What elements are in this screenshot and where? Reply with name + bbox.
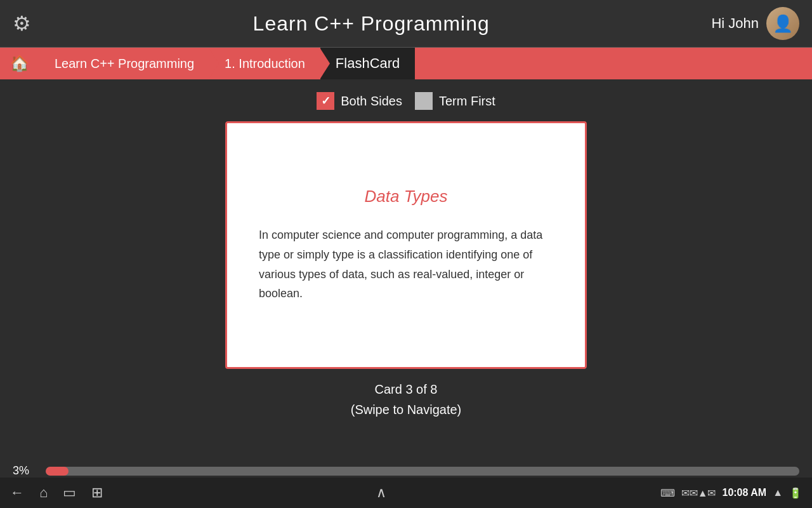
app-title: Learn C++ Programming: [253, 12, 490, 36]
usb-icon: ⌨: [660, 487, 675, 499]
course-label: Learn C++ Programming: [55, 57, 194, 71]
user-info: Hi John 👤: [711, 7, 799, 40]
both-sides-option[interactable]: Both Sides: [317, 92, 402, 110]
battery-icon: 🔋: [789, 487, 802, 499]
progress-bar-fill: [46, 467, 69, 476]
progress-section: 3%: [0, 464, 812, 478]
progress-label: 3%: [13, 464, 38, 478]
flashcard-definition: In computer science and computer program…: [259, 225, 553, 303]
term-first-option[interactable]: Term First: [415, 92, 495, 110]
section-breadcrumb[interactable]: 1. Introduction: [209, 48, 320, 79]
home-system-icon[interactable]: ⌂: [39, 485, 48, 501]
email-icons: ✉✉▲✉: [681, 487, 716, 499]
term-first-label: Term First: [439, 94, 495, 109]
swipe-hint: (Swipe to Navigate): [351, 399, 462, 420]
term-first-checkbox[interactable]: [415, 92, 433, 110]
chevron-up-icon[interactable]: ∧: [376, 485, 386, 501]
avatar[interactable]: 👤: [766, 7, 799, 40]
view-label: FlashCard: [336, 55, 400, 72]
breadcrumb: 🏠 Learn C++ Programming 1. Introduction …: [0, 48, 812, 79]
recent-apps-icon[interactable]: ▭: [63, 485, 76, 501]
both-sides-checkbox[interactable]: [317, 92, 334, 110]
system-center-icon[interactable]: ∧: [376, 485, 386, 501]
card-position: Card 3 of 8: [351, 379, 462, 399]
flashcard-wrapper: Data Types In computer science and compu…: [225, 121, 587, 369]
flashcard-term: Data Types: [364, 187, 447, 206]
menu-icon[interactable]: ⊞: [91, 485, 103, 501]
wifi-icon: ▲: [773, 487, 783, 498]
header: ⚙ Learn C++ Programming Hi John 👤: [0, 0, 812, 48]
view-breadcrumb[interactable]: FlashCard: [320, 48, 415, 79]
options-row: Both Sides Term First: [317, 92, 495, 110]
system-bar: ← ⌂ ▭ ⊞ ∧ ⌨ ✉✉▲✉ 10:08 AM ▲ 🔋: [0, 478, 812, 508]
section-label: 1. Introduction: [225, 57, 305, 71]
back-icon[interactable]: ←: [10, 485, 24, 501]
system-status-icons: ⌨ ✉✉▲✉ 10:08 AM ▲ 🔋: [660, 487, 802, 499]
progress-bar-background: [46, 467, 799, 476]
system-time: 10:08 AM: [722, 487, 766, 498]
main-content: Both Sides Term First Data Types In comp…: [0, 79, 812, 420]
both-sides-label: Both Sides: [341, 94, 402, 109]
system-nav-icons: ← ⌂ ▭ ⊞: [10, 485, 103, 501]
flashcard[interactable]: Data Types In computer science and compu…: [225, 121, 587, 369]
user-greeting: Hi John: [711, 15, 759, 32]
home-breadcrumb[interactable]: 🏠: [0, 48, 39, 79]
course-breadcrumb[interactable]: Learn C++ Programming: [39, 48, 209, 79]
gear-icon[interactable]: ⚙: [13, 11, 31, 36]
card-info: Card 3 of 8 (Swipe to Navigate): [351, 379, 462, 420]
home-icon: 🏠: [10, 55, 29, 72]
